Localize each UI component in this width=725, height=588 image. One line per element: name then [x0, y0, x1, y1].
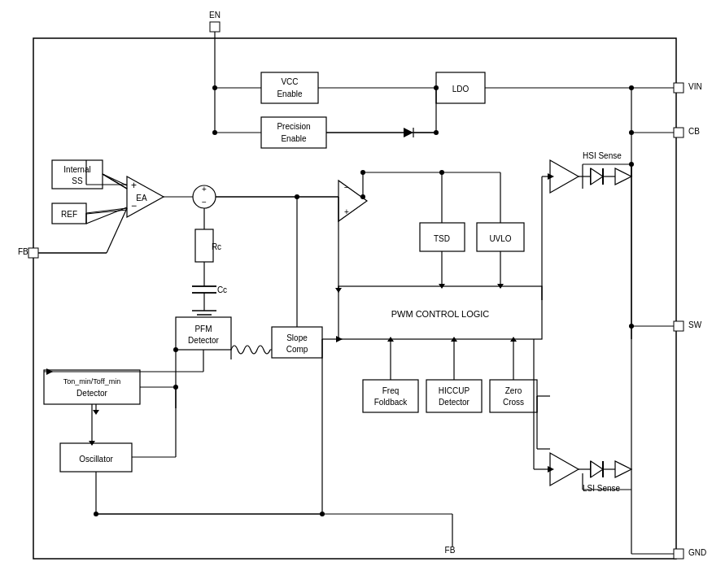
svg-rect-9	[674, 321, 684, 331]
en-label: EN	[209, 11, 221, 20]
svg-rect-77	[426, 380, 482, 412]
svg-rect-70	[44, 370, 140, 404]
vin-label: VIN	[688, 82, 702, 91]
tsd-label: TSD	[434, 233, 450, 242]
ea-label: EA	[136, 193, 147, 202]
pwm-label: PWM CONTROL LOGIC	[391, 308, 489, 318]
svg-line-125	[107, 208, 127, 253]
svg-rect-3	[674, 83, 684, 93]
precision-enable-label2: Enable	[281, 133, 307, 142]
svg-point-145	[360, 194, 365, 199]
comp-minus: −	[344, 183, 349, 192]
zero-cross-label2: Cross	[502, 397, 523, 406]
svg-rect-49	[195, 229, 213, 262]
vcc-enable-label: VCC	[281, 76, 298, 85]
freq-foldback-label2: Foldback	[373, 397, 408, 406]
svg-rect-5	[674, 128, 684, 137]
zero-cross-label: Zero	[504, 385, 522, 394]
internal-ss-label: Internal	[63, 164, 90, 173]
svg-marker-96	[591, 461, 603, 477]
svg-rect-2	[210, 22, 220, 32]
fb-left-label: FB	[18, 247, 28, 256]
svg-rect-11	[28, 248, 38, 258]
svg-rect-7	[674, 549, 684, 559]
pfm-label: PFM	[194, 324, 212, 333]
svg-point-118	[94, 512, 98, 516]
lsi-sense-label: LSI Sense	[583, 484, 621, 493]
svg-marker-85	[550, 160, 579, 193]
svg-point-133	[295, 194, 299, 199]
svg-rect-78	[490, 380, 537, 412]
internal-ss-label2: SS	[72, 176, 83, 185]
sw-label: SW	[688, 320, 702, 329]
ea-plus: +	[131, 180, 137, 191]
gnd-label: GND	[688, 548, 706, 557]
ton-toff-label2: Detector	[76, 388, 107, 397]
svg-point-33	[629, 85, 634, 90]
sum-plus: +	[202, 185, 207, 194]
svg-point-34	[629, 130, 634, 135]
ref-label: REF	[61, 209, 77, 218]
svg-line-126	[103, 174, 127, 189]
pfm-label2: Detector	[188, 335, 219, 344]
svg-marker-91	[615, 168, 631, 185]
hsi-sense-label: HSI Sense	[583, 151, 622, 160]
svg-marker-88	[591, 168, 603, 185]
svg-rect-66	[176, 317, 231, 350]
hiccup-label2: Detector	[439, 397, 470, 406]
cb-label: CB	[688, 127, 700, 136]
svg-point-110	[173, 347, 178, 352]
svg-point-31	[434, 85, 439, 90]
svg-rect-76	[363, 380, 418, 412]
ldo-label: LDO	[452, 84, 469, 93]
oscillator-label: Oscillator	[79, 454, 113, 463]
cc-label: Cc	[216, 285, 226, 294]
vcc-enable-label2: Enable	[277, 89, 303, 98]
freq-foldback-label: Freq	[382, 385, 399, 394]
svg-marker-93	[550, 453, 579, 486]
svg-point-24	[212, 130, 217, 135]
uvlo-label: UVLO	[489, 233, 511, 242]
svg-point-148	[439, 170, 444, 175]
rc-label: Rc	[211, 242, 221, 250]
slope-comp-label2: Comp	[286, 344, 308, 353]
svg-point-119	[320, 512, 325, 516]
sum-minus: −	[202, 198, 207, 207]
comp-plus: +	[344, 207, 349, 216]
ea-minus: −	[131, 200, 137, 211]
slope-comp-label: Slope	[286, 333, 308, 342]
svg-point-139	[173, 385, 178, 390]
svg-marker-75	[93, 410, 99, 415]
precision-enable-label: Precision	[277, 121, 310, 130]
svg-marker-99	[615, 461, 631, 477]
fb-bottom-label: FB	[444, 546, 455, 555]
ton-toff-label: Ton_min/Toff_min	[63, 377, 120, 385]
block-diagram: EN VIN CB GND SW HSI Sense LSI Sense FB …	[13, 10, 713, 579]
hiccup-label: HICCUP	[438, 385, 470, 394]
